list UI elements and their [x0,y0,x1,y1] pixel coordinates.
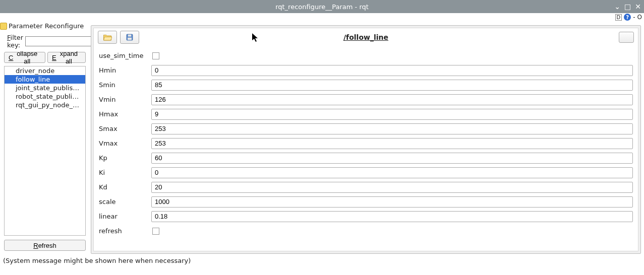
param-row: use_sim_time [99,48,633,63]
node-tree-item[interactable]: follow_line [5,75,85,84]
node-tree-item[interactable]: joint_state_publisher [5,84,85,92]
sidebar-title-text: Parameter Reconfigure [9,22,84,30]
param-label: Smax [99,125,151,132]
gear-icon [0,23,7,30]
menubar: D ? - O [0,13,644,21]
window-titlebar: rqt_reconfigure__Param - rqt ⌄ □ ✕ [0,0,644,13]
param-input[interactable] [151,211,633,222]
param-row: refresh [99,224,633,238]
param-row: Ki [99,165,633,180]
app-body: Parameter Reconfigure Filter key: Collap… [0,21,644,255]
floppy-disk-icon [125,33,134,41]
param-row: Kd [99,180,633,194]
maximize-icon[interactable]: □ [624,3,631,10]
param-input[interactable] [151,94,633,105]
node-tree[interactable]: driver_nodefollow_linejoint_state_publis… [4,66,86,236]
folder-open-icon [103,33,112,41]
param-label: Vmin [99,96,151,103]
param-row: Smax [99,121,633,136]
param-input[interactable] [151,153,633,164]
status-message: (System message might be shown here when… [3,257,191,264]
param-input[interactable] [151,138,633,149]
menubar-minus[interactable]: - [633,14,635,21]
param-label: refresh [99,227,151,235]
param-label: use_sim_time [99,52,151,59]
param-input[interactable] [151,167,633,178]
param-label: linear [99,213,151,220]
param-label: Kp [99,154,151,162]
status-bar: (System message might be shown here when… [0,255,644,266]
param-input[interactable] [151,123,633,134]
filter-row: Filter key: [0,31,90,52]
param-input[interactable] [151,109,633,120]
param-row: Hmin [99,63,633,78]
param-row: Vmax [99,136,633,151]
refresh-wrap: Refresh [0,236,90,255]
refresh-button[interactable]: Refresh [4,240,86,251]
param-row: Kp [99,151,633,165]
param-input[interactable] [151,80,633,91]
menubar-right: D ? - O [615,13,642,21]
main-panel: /follow_line use_sim_timeHminSminVminHma… [91,25,641,254]
param-input[interactable] [151,65,633,76]
main-header: /follow_line [94,28,638,46]
window-title: rqt_reconfigure__Param - rqt [275,3,369,11]
param-row: Hmax [99,107,633,121]
filter-label: Filter key: [7,34,23,49]
main-inner: /follow_line use_sim_timeHminSminVminHma… [93,28,638,251]
param-row: Smin [99,78,633,92]
close-icon[interactable]: ✕ [635,3,641,10]
param-input[interactable] [151,196,633,208]
node-tree-item[interactable]: rqt_gui_py_node_4... [5,101,85,109]
node-path-title: /follow_line [343,33,388,41]
menubar-o[interactable]: O [637,14,642,21]
open-file-button[interactable] [98,31,117,44]
svg-rect-1 [128,35,132,37]
dock-toggle-button[interactable]: D [615,14,622,21]
param-label: Smin [99,81,151,89]
tree-button-row: Collapse all Expand all [0,52,90,63]
node-tree-item[interactable]: driver_node [5,66,85,75]
param-row: scale [99,194,633,209]
param-label: Vmax [99,140,151,147]
save-file-button[interactable] [120,31,139,44]
sidebar: Parameter Reconfigure Filter key: Collap… [0,21,90,255]
param-label: Kd [99,183,151,191]
help-icon[interactable]: ? [624,14,631,21]
sidebar-title-row: Parameter Reconfigure [0,21,90,31]
param-row: linear [99,209,633,224]
node-tree-item[interactable]: robot_state_publis... [5,92,85,101]
param-input[interactable] [151,182,633,193]
param-checkbox[interactable] [152,228,159,235]
collapse-all-button[interactable]: Collapse all [4,52,45,63]
param-row: Vmin [99,92,633,107]
panel-dock-button[interactable] [619,32,634,43]
param-label: Hmax [99,110,151,118]
param-label: Hmin [99,66,151,74]
window-controls: ⌄ □ ✕ [614,0,641,13]
svg-rect-2 [128,38,132,40]
params-area: use_sim_timeHminSminVminHmaxSmaxVmaxKpKi… [94,46,638,251]
param-label: Ki [99,169,151,176]
expand-all-button[interactable]: Expand all [47,52,86,63]
param-label: scale [99,198,151,205]
minimize-icon[interactable]: ⌄ [614,3,620,10]
param-checkbox[interactable] [152,52,159,59]
